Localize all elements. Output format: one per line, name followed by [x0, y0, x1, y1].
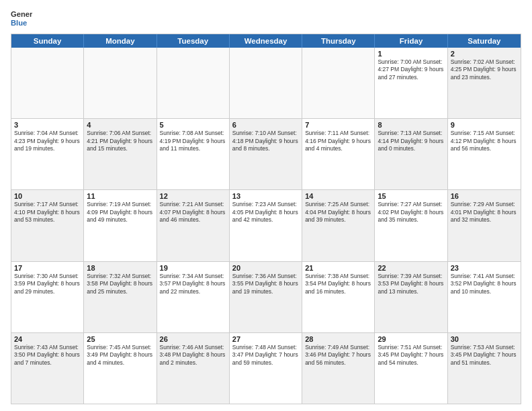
cell-info: Sunrise: 7:04 AM Sunset: 4:23 PM Dayligh…: [14, 130, 81, 152]
day-number: 7: [305, 121, 371, 129]
day-number: 24: [14, 335, 81, 343]
calendar-cell: 14Sunrise: 7:25 AM Sunset: 4:04 PM Dayli…: [302, 190, 375, 261]
day-number: 16: [451, 192, 518, 200]
calendar-cell: 24Sunrise: 7:43 AM Sunset: 3:50 PM Dayli…: [11, 333, 84, 404]
header-day-friday: Friday: [375, 34, 447, 48]
cell-info: Sunrise: 7:13 AM Sunset: 4:14 PM Dayligh…: [378, 130, 444, 152]
day-number: 11: [87, 192, 153, 200]
page: General Blue SundayMondayTuesdayWednesda…: [0, 0, 532, 411]
cell-info: Sunrise: 7:49 AM Sunset: 3:46 PM Dayligh…: [305, 344, 371, 367]
cell-info: Sunrise: 7:00 AM Sunset: 4:27 PM Dayligh…: [378, 58, 444, 81]
day-number: 20: [232, 264, 299, 272]
cell-info: Sunrise: 7:46 AM Sunset: 3:48 PM Dayligh…: [160, 344, 226, 367]
logo: General Blue: [11, 8, 32, 30]
day-number: 4: [87, 121, 153, 129]
day-number: 15: [378, 192, 444, 200]
calendar-cell: 25Sunrise: 7:45 AM Sunset: 3:49 PM Dayli…: [84, 333, 157, 404]
cell-info: Sunrise: 7:41 AM Sunset: 3:52 PM Dayligh…: [451, 273, 518, 295]
day-number: 27: [232, 335, 299, 343]
cell-info: Sunrise: 7:08 AM Sunset: 4:19 PM Dayligh…: [160, 130, 226, 152]
calendar-cell: 6Sunrise: 7:10 AM Sunset: 4:18 PM Daylig…: [230, 119, 302, 189]
cell-info: Sunrise: 7:10 AM Sunset: 4:18 PM Dayligh…: [232, 130, 299, 152]
day-number: 1: [378, 50, 444, 58]
day-number: 30: [451, 335, 518, 343]
calendar-cell: [11, 48, 84, 118]
cell-info: Sunrise: 7:25 AM Sunset: 4:04 PM Dayligh…: [305, 201, 371, 224]
header-day-sunday: Sunday: [11, 34, 84, 48]
day-number: 22: [378, 264, 444, 272]
calendar-cell: 12Sunrise: 7:21 AM Sunset: 4:07 PM Dayli…: [157, 190, 230, 261]
logo-icon: General Blue: [11, 8, 32, 30]
day-number: 2: [451, 50, 518, 58]
calendar-cell: [230, 48, 302, 118]
day-number: 12: [160, 192, 226, 200]
header-day-monday: Monday: [84, 34, 157, 48]
header-day-wednesday: Wednesday: [230, 34, 302, 48]
calendar-cell: 23Sunrise: 7:41 AM Sunset: 3:52 PM Dayli…: [448, 262, 521, 332]
cell-info: Sunrise: 7:11 AM Sunset: 4:16 PM Dayligh…: [305, 130, 371, 152]
calendar-cell: 27Sunrise: 7:48 AM Sunset: 3:47 PM Dayli…: [230, 333, 302, 404]
header: General Blue: [11, 8, 521, 30]
cell-info: Sunrise: 7:45 AM Sunset: 3:49 PM Dayligh…: [87, 344, 153, 367]
calendar-cell: 21Sunrise: 7:38 AM Sunset: 3:54 PM Dayli…: [302, 262, 375, 332]
cell-info: Sunrise: 7:32 AM Sunset: 3:58 PM Dayligh…: [87, 273, 153, 295]
header-day-thursday: Thursday: [302, 34, 375, 48]
calendar-cell: 4Sunrise: 7:06 AM Sunset: 4:21 PM Daylig…: [84, 119, 157, 189]
calendar-row-4: 17Sunrise: 7:30 AM Sunset: 3:59 PM Dayli…: [11, 262, 521, 333]
calendar-row-3: 10Sunrise: 7:17 AM Sunset: 4:10 PM Dayli…: [11, 190, 521, 261]
calendar-cell: 22Sunrise: 7:39 AM Sunset: 3:53 PM Dayli…: [375, 262, 447, 332]
cell-info: Sunrise: 7:48 AM Sunset: 3:47 PM Dayligh…: [232, 344, 299, 367]
calendar-cell: 30Sunrise: 7:53 AM Sunset: 3:45 PM Dayli…: [448, 333, 521, 404]
calendar-cell: 9Sunrise: 7:15 AM Sunset: 4:12 PM Daylig…: [448, 119, 521, 189]
calendar-header: SundayMondayTuesdayWednesdayThursdayFrid…: [11, 34, 521, 48]
calendar-cell: 10Sunrise: 7:17 AM Sunset: 4:10 PM Dayli…: [11, 190, 84, 261]
calendar-cell: 8Sunrise: 7:13 AM Sunset: 4:14 PM Daylig…: [375, 119, 447, 189]
day-number: 13: [232, 192, 299, 200]
cell-info: Sunrise: 7:34 AM Sunset: 3:57 PM Dayligh…: [160, 273, 226, 295]
calendar: SundayMondayTuesdayWednesdayThursdayFrid…: [11, 34, 521, 404]
calendar-cell: 15Sunrise: 7:27 AM Sunset: 4:02 PM Dayli…: [375, 190, 447, 261]
calendar-cell: 7Sunrise: 7:11 AM Sunset: 4:16 PM Daylig…: [302, 119, 375, 189]
day-number: 9: [451, 121, 518, 129]
calendar-cell: [302, 48, 375, 118]
day-number: 23: [451, 264, 518, 272]
header-day-saturday: Saturday: [448, 34, 521, 48]
day-number: 26: [160, 335, 226, 343]
cell-info: Sunrise: 7:51 AM Sunset: 3:45 PM Dayligh…: [378, 344, 444, 367]
cell-info: Sunrise: 7:29 AM Sunset: 4:01 PM Dayligh…: [451, 201, 518, 224]
day-number: 28: [305, 335, 371, 343]
cell-info: Sunrise: 7:15 AM Sunset: 4:12 PM Dayligh…: [451, 130, 518, 152]
cell-info: Sunrise: 7:19 AM Sunset: 4:09 PM Dayligh…: [87, 201, 153, 224]
calendar-cell: 29Sunrise: 7:51 AM Sunset: 3:45 PM Dayli…: [375, 333, 447, 404]
cell-info: Sunrise: 7:02 AM Sunset: 4:25 PM Dayligh…: [451, 58, 518, 81]
calendar-cell: [157, 48, 230, 118]
calendar-body: 1Sunrise: 7:00 AM Sunset: 4:27 PM Daylig…: [11, 48, 521, 404]
cell-info: Sunrise: 7:21 AM Sunset: 4:07 PM Dayligh…: [160, 201, 226, 224]
calendar-cell: 17Sunrise: 7:30 AM Sunset: 3:59 PM Dayli…: [11, 262, 84, 332]
svg-text:Blue: Blue: [11, 19, 27, 27]
day-number: 5: [160, 121, 226, 129]
cell-info: Sunrise: 7:43 AM Sunset: 3:50 PM Dayligh…: [14, 344, 81, 367]
calendar-cell: 26Sunrise: 7:46 AM Sunset: 3:48 PM Dayli…: [157, 333, 230, 404]
cell-info: Sunrise: 7:36 AM Sunset: 3:55 PM Dayligh…: [232, 273, 299, 295]
day-number: 29: [378, 335, 444, 343]
cell-info: Sunrise: 7:30 AM Sunset: 3:59 PM Dayligh…: [14, 273, 81, 295]
day-number: 18: [87, 264, 153, 272]
svg-text:General: General: [11, 10, 32, 18]
day-number: 21: [305, 264, 371, 272]
calendar-cell: 16Sunrise: 7:29 AM Sunset: 4:01 PM Dayli…: [448, 190, 521, 261]
day-number: 14: [305, 192, 371, 200]
cell-info: Sunrise: 7:17 AM Sunset: 4:10 PM Dayligh…: [14, 201, 81, 224]
day-number: 3: [14, 121, 81, 129]
calendar-cell: 1Sunrise: 7:00 AM Sunset: 4:27 PM Daylig…: [375, 48, 447, 118]
cell-info: Sunrise: 7:27 AM Sunset: 4:02 PM Dayligh…: [378, 201, 444, 224]
day-number: 19: [160, 264, 226, 272]
day-number: 25: [87, 335, 153, 343]
calendar-cell: 3Sunrise: 7:04 AM Sunset: 4:23 PM Daylig…: [11, 119, 84, 189]
calendar-cell: 13Sunrise: 7:23 AM Sunset: 4:05 PM Dayli…: [230, 190, 302, 261]
day-number: 17: [14, 264, 81, 272]
calendar-cell: 19Sunrise: 7:34 AM Sunset: 3:57 PM Dayli…: [157, 262, 230, 332]
calendar-cell: 2Sunrise: 7:02 AM Sunset: 4:25 PM Daylig…: [448, 48, 521, 118]
calendar-cell: 18Sunrise: 7:32 AM Sunset: 3:58 PM Dayli…: [84, 262, 157, 332]
calendar-row-1: 1Sunrise: 7:00 AM Sunset: 4:27 PM Daylig…: [11, 48, 521, 119]
